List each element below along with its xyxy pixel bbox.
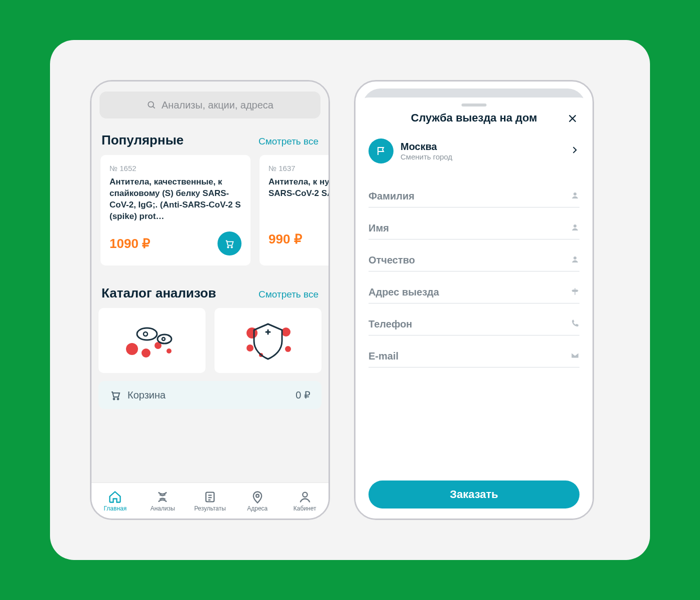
- svg-point-27: [574, 192, 576, 196]
- person-icon: [570, 191, 580, 202]
- field-label: Адрес выезда: [368, 286, 439, 298]
- section-popular: Популярные Смотреть все: [92, 124, 328, 155]
- tab-addresses[interactable]: Адреса: [234, 483, 281, 518]
- dna-icon: [156, 490, 170, 504]
- city-badge: [368, 138, 394, 164]
- field-label: Телефон: [368, 318, 412, 330]
- svg-line-1: [153, 106, 155, 108]
- city-change-label: Сменить город: [400, 152, 452, 161]
- svg-point-24: [302, 492, 307, 496]
- tab-label: Кабинет: [294, 505, 316, 512]
- svg-point-18: [118, 398, 119, 400]
- svg-point-10: [144, 332, 148, 336]
- field-label: E-mail: [368, 350, 398, 362]
- svg-point-3: [231, 246, 232, 248]
- catalog-tile-immune[interactable]: [214, 308, 322, 373]
- tab-home[interactable]: Главная: [92, 483, 139, 518]
- order-button[interactable]: Заказать: [368, 480, 580, 508]
- svg-point-13: [246, 344, 254, 352]
- svg-point-5: [142, 348, 150, 358]
- address-field[interactable]: Адрес выезда: [368, 272, 580, 304]
- add-to-cart-button[interactable]: [218, 232, 242, 256]
- svg-point-28: [574, 224, 576, 228]
- results-icon: [203, 490, 217, 504]
- search-wrap: Анализы, акции, адреса: [92, 82, 328, 124]
- blood-cells-icon: [117, 318, 187, 363]
- chevron-right-icon: [570, 145, 580, 157]
- card-title: Антитела, к нуклеокапси SARS-CoV-2 SARS-…: [268, 176, 328, 224]
- svg-point-29: [574, 256, 576, 260]
- catalog-row: [92, 308, 328, 373]
- phone-field[interactable]: Телефон: [368, 304, 580, 336]
- person-icon: [570, 255, 580, 266]
- card-number: № 1652: [110, 164, 242, 172]
- cart-bar[interactable]: Корзина 0 ₽: [98, 381, 322, 409]
- cart-icon: [224, 238, 235, 249]
- profile-icon: [298, 490, 312, 504]
- cart-label: Корзина: [128, 390, 166, 401]
- svg-point-4: [126, 343, 138, 355]
- field-label: Фамилия: [368, 190, 414, 202]
- phone-order-form: Служба выезда на дом Москва Сменить горо…: [354, 80, 594, 520]
- svg-point-7: [166, 348, 172, 354]
- svg-point-23: [256, 494, 259, 497]
- svg-point-15: [285, 346, 291, 352]
- popular-cards: № 1652 Антитела, качественные, к спайков…: [92, 155, 328, 276]
- firstname-field[interactable]: Имя: [368, 208, 580, 240]
- order-button-label: Заказать: [450, 488, 498, 501]
- stage: Анализы, акции, адреса Популярные Смотре…: [50, 40, 650, 560]
- field-label: Имя: [368, 222, 389, 234]
- home-icon: [108, 490, 122, 504]
- person-icon: [570, 223, 580, 234]
- see-all-link[interactable]: Смотреть все: [258, 289, 318, 300]
- city-selector[interactable]: Москва Сменить город: [368, 134, 580, 176]
- tab-tests[interactable]: Анализы: [139, 483, 186, 518]
- tab-label: Адреса: [247, 505, 268, 512]
- tab-label: Главная: [104, 505, 127, 512]
- section-catalog: Каталог анализов Смотреть все: [92, 276, 328, 308]
- sheet-title: Служба выезда на дом: [411, 112, 537, 124]
- shield-icon: [233, 318, 303, 363]
- search-input[interactable]: Анализы, акции, адреса: [100, 92, 320, 118]
- card-title: Антитела, качественные, к спайковому (S)…: [110, 176, 242, 224]
- catalog-tile-blood[interactable]: [98, 308, 206, 373]
- city-text: Москва Сменить город: [400, 141, 452, 161]
- mail-icon: [570, 351, 580, 362]
- sheet-grabber[interactable]: [462, 104, 486, 106]
- svg-point-0: [148, 102, 154, 107]
- pin-icon: [250, 490, 264, 504]
- tab-label: Анализы: [150, 505, 175, 512]
- cart-amount: 0 ₽: [296, 389, 310, 401]
- search-icon: [146, 100, 156, 110]
- svg-point-17: [114, 398, 115, 400]
- phone-icon: [570, 319, 580, 330]
- card-number: № 1637: [268, 164, 328, 172]
- product-card[interactable]: № 1637 Антитела, к нуклеокапси SARS-CoV-…: [260, 155, 328, 266]
- svg-point-11: [162, 338, 165, 340]
- flag-icon: [375, 145, 387, 157]
- city-name: Москва: [400, 141, 452, 152]
- card-price: 1090 ₽: [110, 236, 150, 252]
- tab-label: Результаты: [194, 505, 226, 512]
- email-field[interactable]: E-mail: [368, 336, 580, 368]
- section-title: Каталог анализов: [102, 286, 216, 301]
- signpost-icon: [570, 287, 580, 298]
- tab-profile[interactable]: Кабинет: [281, 483, 328, 518]
- product-card[interactable]: № 1652 Антитела, качественные, к спайков…: [100, 155, 250, 266]
- tab-results[interactable]: Результаты: [186, 483, 234, 518]
- phone-main: Анализы, акции, адреса Популярные Смотре…: [90, 80, 330, 520]
- patronymic-field[interactable]: Отчество: [368, 240, 580, 272]
- see-all-link[interactable]: Смотреть все: [258, 136, 318, 147]
- cart-icon: [110, 389, 122, 401]
- bottom-sheet: Служба выезда на дом Москва Сменить горо…: [356, 98, 592, 518]
- tabbar: Главная Анализы Результаты Адреса Кабине…: [92, 482, 328, 518]
- field-label: Отчество: [368, 254, 415, 266]
- card-price: 990 ₽: [268, 232, 302, 247]
- search-placeholder: Анализы, акции, адреса: [162, 100, 274, 111]
- svg-point-14: [282, 328, 290, 336]
- close-button[interactable]: [566, 112, 580, 126]
- sheet-header: Служба выезда на дом: [368, 112, 580, 124]
- close-icon: [567, 113, 578, 124]
- lastname-field[interactable]: Фамилия: [368, 176, 580, 208]
- svg-point-2: [228, 246, 229, 248]
